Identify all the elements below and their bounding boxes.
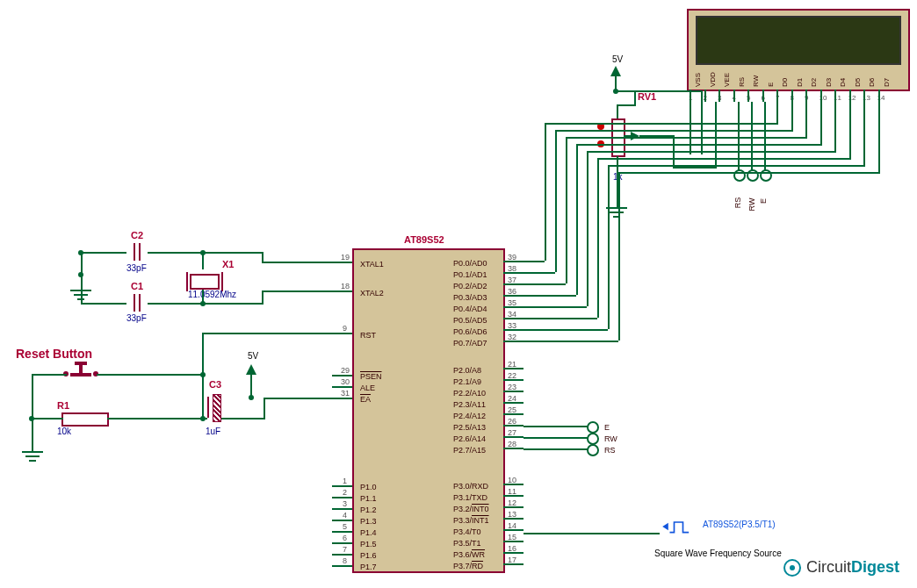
junction bbox=[249, 395, 254, 400]
mcu-pin-name: RST bbox=[360, 331, 376, 340]
wire bbox=[587, 151, 588, 306]
terminal-label: RS bbox=[604, 446, 616, 455]
wire bbox=[820, 102, 822, 146]
pin-stub bbox=[503, 261, 523, 262]
pin-stub bbox=[332, 497, 352, 498]
wire bbox=[587, 151, 834, 153]
mcu-pin-num: 1 bbox=[343, 477, 347, 485]
mcu-pin-name: P3.6/WR bbox=[453, 550, 485, 559]
capacitor-c3 bbox=[207, 397, 228, 407]
mcu-pin-num: 4 bbox=[343, 511, 347, 520]
wire bbox=[615, 90, 703, 92]
wire bbox=[523, 295, 576, 297]
wire bbox=[523, 437, 588, 439]
ground-symbol bbox=[70, 290, 91, 302]
wire bbox=[202, 303, 264, 305]
pin-stub bbox=[503, 295, 523, 297]
wire bbox=[523, 283, 566, 285]
lcd-pin-name: D0 bbox=[781, 78, 789, 87]
wire bbox=[523, 329, 608, 331]
c1-ref: C1 bbox=[131, 281, 143, 291]
wire bbox=[608, 165, 610, 329]
wire bbox=[618, 172, 620, 341]
mcu-pin-num: 2 bbox=[343, 488, 347, 497]
mcu-pin-num: 3 bbox=[343, 499, 347, 508]
wire bbox=[262, 290, 332, 292]
mcu-pin-name: P2.7/A15 bbox=[453, 446, 486, 455]
reset-button[interactable] bbox=[63, 364, 98, 380]
mcu-pin-name: P0.4/AD4 bbox=[453, 305, 487, 313]
mcu-pin-num: 5 bbox=[343, 522, 347, 531]
junction bbox=[29, 416, 34, 421]
pin-stub bbox=[332, 333, 352, 334]
svg-marker-0 bbox=[631, 132, 639, 140]
power-5v bbox=[246, 364, 256, 375]
mcu-pin-name: P2.5/A13 bbox=[453, 423, 486, 432]
wire bbox=[764, 102, 766, 170]
wire bbox=[863, 102, 865, 167]
mcu-pin-name: P0.1/AD1 bbox=[453, 270, 487, 279]
pin-stub bbox=[503, 425, 523, 427]
pin-stub bbox=[791, 90, 793, 102]
wire bbox=[202, 252, 264, 254]
junction bbox=[200, 372, 206, 377]
wire bbox=[751, 102, 753, 170]
c2-val: 33pF bbox=[126, 263, 147, 273]
wire bbox=[81, 252, 126, 254]
mcu-pin-name: P2.1/A9 bbox=[453, 377, 481, 386]
pin-stub bbox=[503, 318, 523, 319]
mcu-pin-num: 31 bbox=[341, 389, 350, 398]
terminal-rw bbox=[587, 433, 599, 445]
mcu-pin-name: P1.5 bbox=[360, 540, 377, 549]
capacitor-c1 bbox=[131, 294, 143, 312]
pin-stub bbox=[332, 398, 352, 399]
pin-stub bbox=[332, 290, 352, 292]
wire bbox=[608, 165, 863, 167]
mcu-pin-num: 7 bbox=[343, 545, 347, 554]
pin-stub bbox=[503, 541, 523, 542]
logo-text2: Digest bbox=[851, 558, 899, 576]
mcu-ref: AT89S52 bbox=[404, 234, 444, 245]
pin-stub bbox=[332, 508, 352, 510]
wire bbox=[617, 104, 618, 118]
mcu-pin-name: P3.4/T0 bbox=[453, 527, 481, 536]
wire bbox=[32, 374, 67, 376]
pin-stub bbox=[332, 375, 352, 376]
wire bbox=[597, 158, 599, 318]
lcd-pin-name: D4 bbox=[839, 78, 847, 87]
wire bbox=[32, 418, 33, 444]
lcd-pin-name: VSS bbox=[694, 73, 702, 87]
wire bbox=[776, 102, 778, 125]
terminal-label: RS bbox=[733, 197, 742, 209]
lcd-pin-name: VEE bbox=[723, 73, 731, 87]
c2-ref: C2 bbox=[131, 230, 143, 240]
pin-stub bbox=[503, 379, 523, 381]
lcd-pin-name: E bbox=[767, 82, 775, 87]
wire bbox=[555, 130, 557, 272]
wire bbox=[262, 262, 332, 263]
wire bbox=[264, 398, 332, 399]
wire bbox=[849, 102, 851, 160]
mcu-pin-name: P0.0/AD0 bbox=[453, 259, 487, 268]
mcu-pin-name: P1.6 bbox=[360, 551, 377, 560]
lcd-screen bbox=[696, 16, 901, 65]
mcu-pin-name: P1.7 bbox=[360, 563, 377, 571]
wire bbox=[523, 306, 587, 308]
wire bbox=[576, 144, 578, 295]
mcu-pin-name: P3.3/INT1 bbox=[453, 516, 489, 525]
c1-val: 33pF bbox=[126, 313, 147, 323]
wire bbox=[597, 158, 849, 160]
pin-stub bbox=[503, 563, 523, 565]
lcd-pin-name: D1 bbox=[796, 78, 804, 87]
pin-stub bbox=[332, 386, 352, 388]
pin-stub bbox=[503, 368, 523, 369]
wire bbox=[834, 102, 836, 153]
wire bbox=[148, 252, 202, 254]
wire bbox=[878, 102, 880, 174]
pin-stub bbox=[503, 341, 523, 342]
lcd-pin-name: RW bbox=[752, 75, 760, 87]
wire bbox=[32, 418, 63, 419]
mcu-pin-name: P0.5/AD5 bbox=[453, 316, 487, 325]
mcu-pin-name: P3.2/INT0 bbox=[453, 505, 489, 513]
pin-stub bbox=[503, 306, 523, 308]
